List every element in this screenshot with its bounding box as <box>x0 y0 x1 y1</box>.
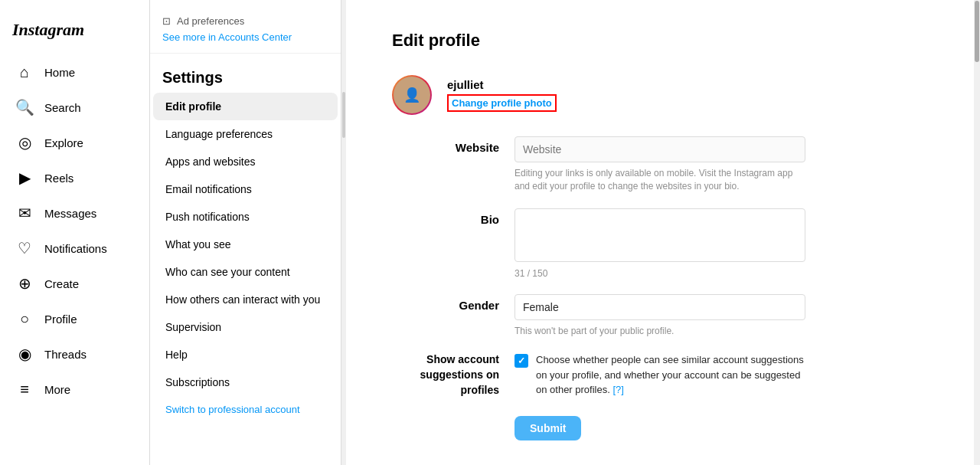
sidebar-item-label-explore: Explore <box>44 136 83 149</box>
website-row: Website Editing your links is only avail… <box>392 136 928 193</box>
right-scrollbar-thumb <box>975 1 979 62</box>
settings-panel: ⊡ Ad preferences See more in Accounts Ce… <box>150 0 341 465</box>
main-content: Edit profile 👤 ejulliet Change profile p… <box>346 0 974 465</box>
settings-menu-item-apps[interactable]: Apps and websites <box>153 148 338 175</box>
ad-pref-label: Ad preferences <box>177 15 244 27</box>
website-help: Editing your links is only available on … <box>514 167 805 193</box>
reels-icon: ▶ <box>15 169 34 187</box>
settings-panel-container: ⊡ Ad preferences See more in Accounts Ce… <box>150 0 346 465</box>
sidebar-item-reels[interactable]: ▶Reels <box>6 161 143 195</box>
sidebar-item-more[interactable]: ≡More <box>6 372 143 406</box>
sidebar-item-notifications[interactable]: ♡Notifications <box>6 231 143 265</box>
see-more-accounts-center-link[interactable]: See more in Accounts Center <box>162 31 292 43</box>
sidebar-item-create[interactable]: ⊕Create <box>6 267 143 300</box>
settings-scrollbar-thumb <box>342 92 345 138</box>
gender-input[interactable] <box>514 294 805 320</box>
bio-textarea[interactable] <box>514 208 805 262</box>
website-field-container: Editing your links is only available on … <box>514 136 805 193</box>
sidebar: Instagram ⌂Home🔍Search◎Explore▶Reels✉Mes… <box>0 0 150 465</box>
sidebar-item-label-more: More <box>44 383 70 396</box>
sidebar-item-threads[interactable]: ◉Threads <box>6 337 143 371</box>
sidebar-item-messages[interactable]: ✉Messages <box>6 196 143 230</box>
messages-icon: ✉ <box>15 204 34 222</box>
sidebar-item-label-profile: Profile <box>44 313 77 326</box>
gender-row: Gender This won't be part of your public… <box>392 294 928 338</box>
sidebar-nav: ⌂Home🔍Search◎Explore▶Reels✉Messages♡Noti… <box>0 55 149 453</box>
notifications-icon: ♡ <box>15 239 34 257</box>
ad-preferences-item[interactable]: ⊡ Ad preferences <box>162 12 328 30</box>
settings-menu-item-interact[interactable]: How others can interact with you <box>153 286 338 313</box>
create-icon: ⊕ <box>15 274 34 293</box>
settings-menu-item-supervision[interactable]: Supervision <box>153 313 338 341</box>
settings-menu-item-language[interactable]: Language preferences <box>153 120 338 148</box>
sidebar-item-label-notifications: Notifications <box>44 242 107 255</box>
settings-menu-item-what-you-see[interactable]: What you see <box>153 231 338 258</box>
sidebar-item-label-search: Search <box>44 101 81 114</box>
settings-menu-item-help[interactable]: Help <box>153 341 338 368</box>
show-suggestions-content: Choose whether people can see similar ac… <box>514 352 805 398</box>
sidebar-item-label-reels: Reels <box>44 172 74 185</box>
profile-username: ejulliet <box>447 78 557 91</box>
change-profile-photo-link[interactable]: Change profile photo <box>447 94 557 112</box>
right-scrollbar <box>974 0 980 465</box>
settings-top: ⊡ Ad preferences See more in Accounts Ce… <box>150 12 341 54</box>
bio-row: Bio 31 / 150 <box>392 208 928 279</box>
settings-menu-item-subscriptions[interactable]: Subscriptions <box>153 368 338 396</box>
website-label: Website <box>392 136 499 154</box>
threads-icon: ◉ <box>15 345 34 363</box>
sidebar-item-home[interactable]: ⌂Home <box>6 55 143 89</box>
sidebar-item-explore[interactable]: ◎Explore <box>6 126 143 159</box>
settings-menu-item-who-can-see[interactable]: Who can see your content <box>153 258 338 286</box>
bio-field-container: 31 / 150 <box>514 208 805 279</box>
settings-menu-item-push-notif[interactable]: Push notifications <box>153 203 338 231</box>
submit-button[interactable]: Submit <box>514 416 581 440</box>
explore-icon: ◎ <box>15 133 34 152</box>
settings-menu: Edit profileLanguage preferencesApps and… <box>150 93 341 423</box>
sidebar-item-label-threads: Threads <box>44 348 87 361</box>
gender-label: Gender <box>392 294 499 312</box>
instagram-logo[interactable]: Instagram <box>0 12 149 55</box>
sidebar-item-label-messages: Messages <box>44 207 96 220</box>
avatar-inner: 👤 <box>394 77 430 113</box>
ad-pref-icon: ⊡ <box>162 15 171 27</box>
show-suggestions-text: Choose whether people can see similar ac… <box>536 352 805 398</box>
more-icon: ≡ <box>15 380 34 398</box>
profile-info: ejulliet Change profile photo <box>447 78 557 112</box>
settings-menu-item-switch-pro[interactable]: Switch to professional account <box>153 396 338 423</box>
profile-icon: ○ <box>15 309 34 328</box>
settings-title: Settings <box>150 60 341 93</box>
show-suggestions-help-link[interactable]: [?] <box>612 384 623 395</box>
website-input[interactable] <box>514 136 805 162</box>
settings-menu-item-edit-profile[interactable]: Edit profile <box>153 93 338 120</box>
show-suggestions-checkbox[interactable] <box>514 354 528 368</box>
gender-help: This won't be part of your public profil… <box>514 325 805 338</box>
show-suggestions-row: Show account suggestions on profiles Cho… <box>392 352 928 398</box>
profile-section: 👤 ejulliet Change profile photo <box>392 75 928 115</box>
show-suggestions-label: Show account suggestions on profiles <box>392 352 499 398</box>
gender-field-container: This won't be part of your public profil… <box>514 294 805 338</box>
page-title: Edit profile <box>392 31 928 51</box>
search-icon: 🔍 <box>15 98 34 116</box>
settings-scrollbar <box>341 0 346 465</box>
avatar: 👤 <box>392 75 432 115</box>
sidebar-item-label-create: Create <box>44 277 79 290</box>
bio-counter: 31 / 150 <box>514 268 805 279</box>
home-icon: ⌂ <box>15 63 34 81</box>
sidebar-item-label-home: Home <box>44 66 75 79</box>
bio-label: Bio <box>392 208 499 226</box>
sidebar-item-search[interactable]: 🔍Search <box>6 90 143 124</box>
submit-row: Submit <box>514 416 928 440</box>
sidebar-item-profile[interactable]: ○Profile <box>6 302 143 336</box>
settings-menu-item-email-notif[interactable]: Email notifications <box>153 175 338 203</box>
